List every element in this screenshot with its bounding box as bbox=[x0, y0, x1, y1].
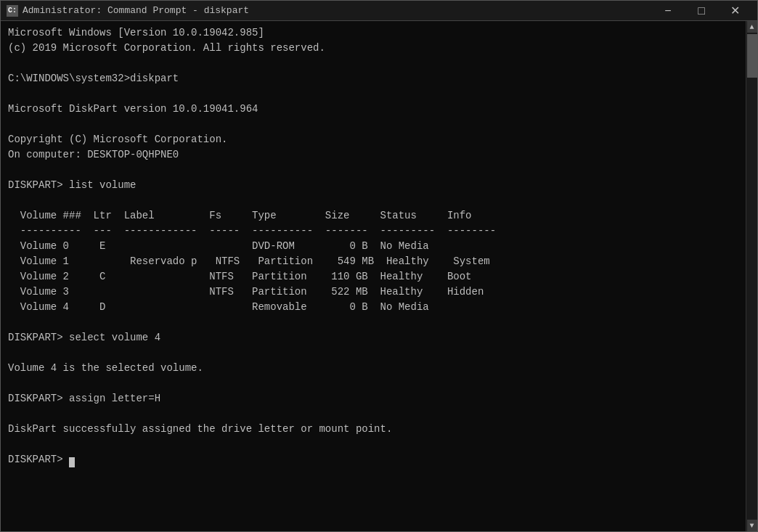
console-body: Microsoft Windows [Version 10.0.19042.98… bbox=[1, 21, 757, 531]
minimize-button[interactable]: − bbox=[651, 1, 685, 21]
console-output[interactable]: Microsoft Windows [Version 10.0.19042.98… bbox=[1, 21, 746, 531]
scroll-down-arrow[interactable]: ▼ bbox=[747, 520, 757, 531]
title-bar-left: C: Administrator: Command Prompt - diskp… bbox=[7, 5, 249, 17]
title-bar: C: Administrator: Command Prompt - diskp… bbox=[1, 1, 757, 21]
scrollbar-thumb[interactable] bbox=[747, 34, 757, 78]
window-controls: − □ ✕ bbox=[651, 1, 751, 21]
scrollbar-track[interactable] bbox=[747, 33, 757, 520]
cmd-window: C: Administrator: Command Prompt - diskp… bbox=[0, 0, 758, 532]
scroll-up-arrow[interactable]: ▲ bbox=[747, 21, 757, 33]
window-title: Administrator: Command Prompt - diskpart bbox=[23, 5, 249, 16]
cmd-icon: C: bbox=[7, 5, 18, 17]
cursor bbox=[69, 457, 75, 467]
maximize-button[interactable]: □ bbox=[685, 1, 718, 21]
scrollbar[interactable]: ▲ ▼ bbox=[746, 21, 757, 531]
close-button[interactable]: ✕ bbox=[718, 1, 751, 21]
